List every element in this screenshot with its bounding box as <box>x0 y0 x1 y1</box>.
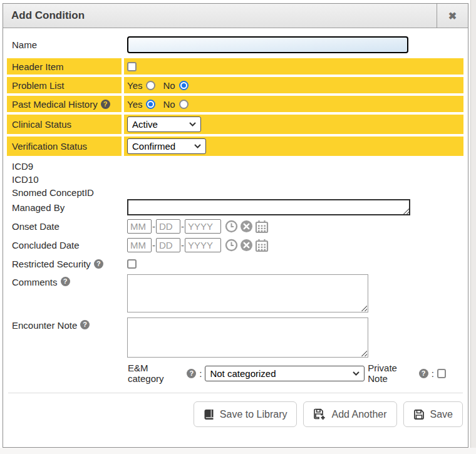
close-button[interactable]: ✖ <box>437 4 468 28</box>
save-label: Save <box>430 409 453 420</box>
close-icon: ✖ <box>448 10 457 22</box>
encounter-note-row: Encounter Note ? <box>7 317 463 358</box>
page-background: Add Condition ✖ Name Header Item <box>0 0 476 454</box>
problem-list-yes-radio[interactable] <box>146 81 155 90</box>
footer-divider <box>8 393 463 393</box>
concluded-day-input[interactable] <box>156 238 180 252</box>
floppy-disk-icon <box>413 409 425 420</box>
em-category-select[interactable]: Not categorized <box>205 366 365 381</box>
pmh-no-radio[interactable] <box>179 100 189 109</box>
calendar-icon <box>255 239 269 252</box>
pmh-no-label: No <box>163 99 175 110</box>
concluded-calendar-button[interactable] <box>255 239 269 252</box>
past-medical-history-help-icon[interactable]: ? <box>101 100 110 109</box>
onset-clear-button[interactable] <box>240 220 253 233</box>
problem-list-no-radio[interactable] <box>179 81 189 90</box>
save-plus-icon <box>313 408 326 420</box>
em-category-help-icon[interactable]: ? <box>187 369 196 378</box>
header-item-label: Header Item <box>7 58 122 75</box>
concluded-month-input[interactable] <box>127 238 152 252</box>
icd10-row: ICD10 <box>7 173 463 186</box>
problem-list-row: Problem List Yes No <box>7 77 463 93</box>
restricted-security-label-cell: Restricted Security ? <box>7 255 122 272</box>
private-note-cluster: Private Note ? : <box>368 363 463 384</box>
header-item-checkbox[interactable] <box>127 62 137 71</box>
encounter-note-label: Encounter Note <box>12 320 77 331</box>
chevron-down-icon <box>353 371 360 376</box>
encounter-note-help-icon[interactable]: ? <box>80 320 90 329</box>
clinical-status-select[interactable]: Active <box>127 116 201 132</box>
snomed-conceptid-value-cell <box>124 186 463 199</box>
problem-list-label: Problem List <box>7 77 122 93</box>
comments-help-icon[interactable]: ? <box>61 277 70 286</box>
em-category-row: E&M category ? : Not categorized Private… <box>128 363 463 384</box>
date-separator: - <box>152 240 155 250</box>
icd9-row: ICD9 <box>7 160 463 173</box>
problem-list-yes-label: Yes <box>127 80 142 91</box>
em-category-selected-value: Not categorized <box>210 368 276 379</box>
page-right-edge <box>470 0 476 454</box>
onset-month-input[interactable] <box>127 219 152 234</box>
private-note-label: Private Note <box>368 363 415 384</box>
restricted-security-checkbox[interactable] <box>127 259 137 269</box>
comments-textarea[interactable] <box>127 274 368 312</box>
concluded-date-row: Concluded Date - - <box>7 237 463 253</box>
past-medical-history-row: Past Medical History ? Yes No <box>7 96 463 112</box>
name-input[interactable] <box>127 36 408 53</box>
book-icon <box>204 409 214 420</box>
private-note-checkbox[interactable] <box>437 369 446 378</box>
private-note-help-icon[interactable]: ? <box>419 369 428 378</box>
concluded-date-value-cell: - - <box>124 237 463 253</box>
name-row: Name <box>7 36 463 53</box>
date-separator: - <box>152 221 155 232</box>
restricted-security-label: Restricted Security <box>12 259 91 269</box>
clear-circle-icon <box>240 239 253 252</box>
verification-status-select[interactable]: Confirmed <box>127 138 206 154</box>
em-category-label: E&M category <box>128 363 184 384</box>
restricted-security-help-icon[interactable]: ? <box>94 259 103 269</box>
header-item-row: Header Item <box>7 58 463 75</box>
clinical-status-row: Clinical Status Active <box>7 115 463 134</box>
add-another-label: Add Another <box>331 409 386 420</box>
concluded-year-input[interactable] <box>185 238 221 252</box>
clinical-status-selected-value: Active <box>132 119 158 130</box>
snomed-conceptid-row: Snomed ConceptID <box>7 186 463 199</box>
onset-year-input[interactable] <box>185 219 221 234</box>
clear-circle-icon <box>240 220 253 233</box>
resize-handle[interactable] <box>403 208 409 214</box>
comments-row: Comments ? <box>7 274 463 312</box>
save-to-library-button[interactable]: Save to Library <box>194 401 298 427</box>
add-condition-dialog: Add Condition ✖ Name Header Item <box>3 3 468 448</box>
header-item-value-cell <box>124 58 463 75</box>
resize-handle[interactable] <box>361 350 367 356</box>
chevron-down-icon <box>194 144 201 148</box>
em-category-colon: : <box>199 368 202 379</box>
past-medical-history-label-cell: Past Medical History ? <box>7 96 122 112</box>
clock-icon <box>225 220 238 233</box>
resize-handle[interactable] <box>361 305 367 311</box>
concluded-time-button[interactable] <box>225 239 238 252</box>
problem-list-no-label: No <box>163 80 175 91</box>
onset-date-label: Onset Date <box>7 218 122 234</box>
onset-date-value-cell: - - <box>124 218 463 234</box>
restricted-security-row: Restricted Security ? <box>7 255 463 272</box>
managed-by-value-cell <box>124 199 463 215</box>
past-medical-history-value-cell: Yes No <box>124 96 463 112</box>
clock-icon <box>225 239 238 252</box>
onset-calendar-button[interactable] <box>255 220 269 233</box>
concluded-clear-button[interactable] <box>240 239 253 252</box>
onset-time-button[interactable] <box>225 220 238 233</box>
encounter-note-label-cell: Encounter Note ? <box>7 317 122 358</box>
pmh-yes-radio[interactable] <box>146 100 155 109</box>
comments-value-cell <box>124 274 463 312</box>
calendar-icon <box>255 220 269 233</box>
encounter-note-textarea[interactable] <box>127 317 368 358</box>
add-another-button[interactable]: Add Another <box>303 401 396 427</box>
onset-day-input[interactable] <box>156 219 180 234</box>
managed-by-textarea[interactable] <box>127 199 410 215</box>
dialog-titlebar: Add Condition ✖ <box>3 4 468 28</box>
name-label: Name <box>7 36 122 53</box>
save-button[interactable]: Save <box>403 401 463 427</box>
clinical-status-value-cell: Active <box>124 115 463 134</box>
verification-status-selected-value: Confirmed <box>132 141 175 152</box>
